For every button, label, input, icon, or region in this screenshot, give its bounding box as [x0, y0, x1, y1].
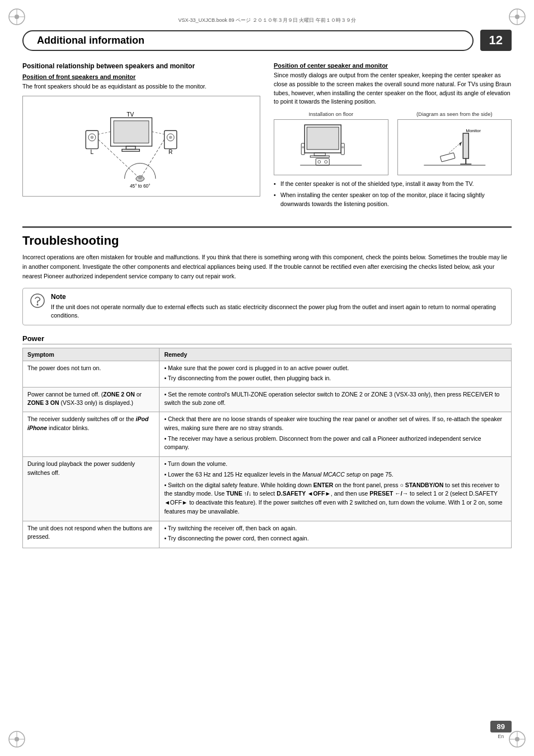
troubleshooting-title: Troubleshooting	[22, 234, 512, 248]
section-title: Additional information	[22, 30, 474, 51]
col-symptom-header: Symptom	[23, 348, 160, 361]
page-number: 89	[490, 721, 512, 732]
two-column-layout: Positional relationship between speakers…	[22, 62, 512, 213]
svg-rect-40	[301, 143, 305, 155]
remedy-cell: • Make sure that the power cord is plugg…	[160, 361, 512, 388]
svg-text:TV: TV	[127, 111, 134, 118]
svg-line-34	[98, 132, 110, 134]
svg-text:45° to 60°: 45° to 60°	[129, 183, 150, 189]
page-lang: En	[498, 734, 504, 739]
svg-point-41	[302, 146, 304, 148]
right-column: Position of center speaker and monitor S…	[274, 62, 512, 213]
svg-text:Monitor: Monitor	[466, 128, 481, 133]
svg-rect-42	[341, 143, 344, 155]
svg-point-46	[325, 161, 327, 164]
troubleshooting-intro: Incorrect operations are often mistaken …	[22, 253, 512, 281]
speaker-diagram: TV L R	[22, 96, 260, 197]
power-section: Power Symptom Remedy The power does not …	[22, 334, 512, 548]
col-remedy-header: Remedy	[160, 348, 512, 361]
header-meta: VSX-33_UXJCB.book 89 ページ ２０１０年３月９日 火曜日 午…	[22, 17, 512, 24]
power-title: Power	[22, 334, 512, 344]
page-header: VSX-33_UXJCB.book 89 ページ ２０１０年３月９日 火曜日 午…	[22, 17, 512, 24]
svg-point-33	[138, 175, 142, 179]
svg-rect-21	[86, 130, 98, 148]
table-header-row: Symptom Remedy	[23, 348, 512, 361]
page-footer: 89 En	[490, 721, 512, 739]
center-speaker-heading: Position of center speaker and monitor	[274, 62, 512, 69]
front-speaker-text: The front speakers should be as equidist…	[22, 82, 260, 91]
table-row: The unit does not respond when the butto…	[23, 521, 512, 548]
svg-point-27	[168, 136, 172, 139]
svg-rect-52	[440, 153, 455, 162]
svg-text:R: R	[168, 149, 172, 155]
remedy-cell: • Check that there are no loose strands …	[160, 412, 512, 457]
note-title: Note	[51, 293, 504, 301]
note-icon	[30, 293, 45, 311]
floor-diagram-box	[274, 119, 388, 175]
remedy-cell: • Try switching the receiver off, then b…	[160, 521, 512, 548]
front-speaker-heading: Position of front speakers and monitor	[22, 73, 260, 80]
diagram-label: (Diagram as seen from the side)	[397, 111, 512, 117]
bullet-item-1: If the center speaker is not of the shie…	[274, 180, 512, 189]
note-content: Note If the unit does not operate normal…	[51, 293, 504, 321]
trouble-table: Symptom Remedy The power does not turn o…	[22, 348, 512, 548]
table-row: The power does not turn on.• Make sure t…	[23, 361, 512, 388]
svg-rect-20	[121, 149, 139, 151]
svg-line-29	[98, 139, 140, 179]
install-on-floor: Installation on floor	[274, 111, 388, 175]
diagram-from-side: (Diagram as seen from the side) Monitor	[397, 111, 512, 175]
bullet-item-2: When installing the center speaker on to…	[274, 191, 512, 209]
svg-marker-55	[459, 142, 462, 146]
symptom-cell: The power does not turn on.	[23, 361, 160, 388]
chapter-number: 12	[480, 30, 512, 51]
section-title-bar: Additional information 12	[22, 30, 512, 51]
note-box: Note If the unit does not operate normal…	[22, 288, 512, 326]
svg-rect-18	[114, 121, 149, 143]
note-text: If the unit does not operate normally du…	[51, 303, 504, 321]
svg-line-35	[152, 132, 164, 134]
symptom-cell: The unit does not respond when the butto…	[23, 521, 160, 548]
left-column: Positional relationship between speakers…	[22, 62, 260, 213]
table-row: Power cannot be turned off. (ZONE 2 ON o…	[23, 387, 512, 412]
remedy-cell: • Turn down the volume.• Lower the 63 Hz…	[160, 457, 512, 521]
svg-point-43	[341, 146, 344, 148]
install-label: Installation on floor	[274, 111, 388, 117]
corner-decoration-bl	[6, 728, 28, 750]
center-speaker-text: Since mostly dialogs are output from the…	[274, 71, 512, 106]
trouble-table-body: The power does not turn on.• Make sure t…	[23, 361, 512, 548]
section-divider	[22, 226, 512, 228]
side-diagram-box: Monitor	[397, 119, 512, 175]
corner-decoration-tr	[506, 6, 528, 28]
svg-rect-25	[164, 130, 176, 148]
positional-heading: Positional relationship between speakers…	[22, 62, 260, 70]
symptom-cell: During loud playback the power suddenly …	[23, 457, 160, 521]
troubleshooting-section: Troubleshooting Incorrect operations are…	[22, 234, 512, 548]
remedy-cell: • Set the remote control's MULTI-ZONE op…	[160, 387, 512, 412]
svg-point-23	[90, 136, 93, 139]
center-speaker-bullets: If the center speaker is not of the shie…	[274, 180, 512, 208]
table-row: During loud playback the power suddenly …	[23, 457, 512, 521]
svg-point-45	[318, 161, 321, 164]
svg-rect-39	[310, 156, 329, 157]
symptom-cell: Power cannot be turned off. (ZONE 2 ON o…	[23, 387, 160, 412]
svg-rect-19	[126, 146, 135, 150]
svg-text:L: L	[90, 149, 93, 155]
symptom-cell: The receiver suddenly switches off or th…	[23, 412, 160, 457]
svg-rect-49	[463, 133, 469, 158]
page-container: VSX-33_UXJCB.book 89 ページ ２０１０年３月９日 火曜日 午…	[0, 0, 534, 756]
svg-rect-37	[307, 127, 339, 150]
corner-decoration-tl	[6, 6, 28, 28]
center-diagrams: Installation on floor	[274, 111, 512, 175]
table-row: The receiver suddenly switches off or th…	[23, 412, 512, 457]
svg-point-57	[37, 304, 39, 305]
